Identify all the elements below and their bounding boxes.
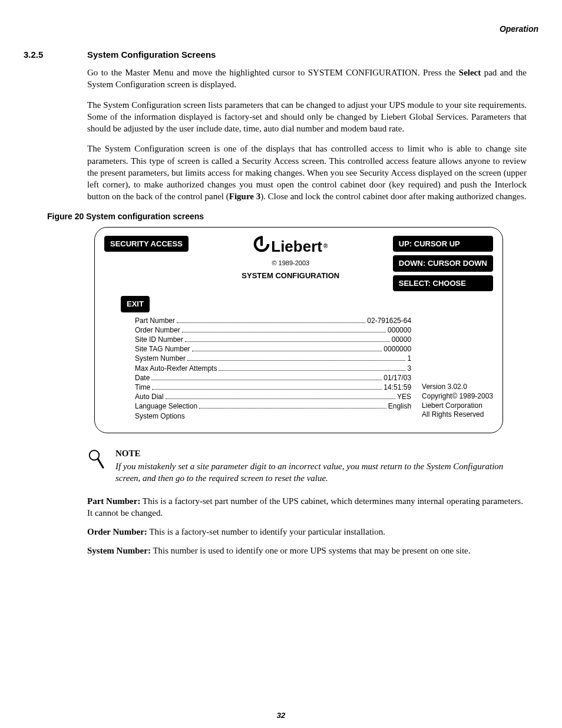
page-number: 32 [24, 710, 538, 721]
param-row: Max Auto-Rexfer Attempts3 [135, 364, 411, 373]
nav-select-button[interactable]: SELECT: CHOOSE [393, 275, 493, 292]
logo-copyright: © 1989-2003 [196, 259, 386, 268]
version-line: All Rights Reserved [422, 410, 493, 420]
note-heading: NOTE [115, 447, 527, 459]
security-access-badge: SECURITY ACCESS [104, 236, 189, 252]
p1-select: Select [459, 68, 481, 77]
version-line: Liebert Corporation [422, 401, 493, 411]
screen-top-row: SECURITY ACCESS Liebert® © 1989-2003 SYS… [104, 236, 493, 292]
param-label: Site TAG Number [135, 344, 190, 354]
paragraph-1: Go to the Master Menu and move the highl… [87, 67, 527, 91]
param-dots [192, 345, 382, 351]
param-row: Site ID Number00000 [135, 335, 411, 344]
def-term: Order Number: [87, 527, 147, 536]
param-value: 14:51:59 [384, 383, 411, 392]
param-value: 01/17/03 [384, 373, 411, 383]
param-dots [219, 364, 405, 371]
param-value: 00000 [392, 335, 411, 344]
liebert-logo-text: Liebert [271, 236, 322, 257]
exit-row: EXIT [121, 296, 493, 312]
figure-caption: Figure 20 System configuration screens [47, 211, 538, 222]
def-term: System Number: [87, 546, 151, 555]
param-row: Language SelectionEnglish [135, 401, 411, 411]
running-header: Operation [24, 24, 538, 35]
param-label: Time [135, 383, 150, 392]
exit-button[interactable]: EXIT [121, 296, 150, 312]
p1a: Go to the Master Menu and move the highl… [87, 68, 459, 77]
magnifier-icon [87, 447, 105, 474]
param-value: 02-791625-64 [367, 316, 411, 325]
liebert-logo-r: ® [323, 242, 328, 251]
nav-up-button[interactable]: UP: CURSOR UP [393, 236, 493, 252]
param-label: Max Auto-Rexfer Attempts [135, 364, 217, 373]
nav-down-button[interactable]: DOWN: CURSOR DOWN [393, 255, 493, 272]
param-row: System Number1 [135, 354, 411, 363]
param-value: 3 [407, 364, 411, 373]
param-label: Auto Dial [135, 392, 164, 401]
param-dots [182, 326, 386, 332]
param-value: 0000000 [384, 344, 411, 354]
p3-figref: Figure 3 [229, 192, 260, 201]
param-dots [185, 335, 390, 342]
note-body: If you mistakenly set a site parameter d… [115, 460, 527, 485]
section-heading-row: 3.2.5 System Configuration Screens [24, 49, 538, 61]
param-dots [152, 383, 382, 390]
param-system-options: System Options [135, 411, 411, 421]
paragraph-2: The System Configuration screen lists pa… [87, 99, 527, 135]
param-label: Order Number [135, 325, 180, 335]
config-screen-figure: SECURITY ACCESS Liebert® © 1989-2003 SYS… [94, 227, 503, 433]
param-row: Order Number000000 [135, 325, 411, 335]
version-block: Version 3.02.0 Copyright© 1989-2003 Lieb… [422, 383, 493, 420]
param-row: Part Number02-791625-64 [135, 316, 411, 325]
param-row: Date01/17/03 [135, 373, 411, 383]
param-label: Site ID Number [135, 335, 183, 344]
def-term: Part Number: [87, 496, 140, 506]
param-value: 1 [407, 354, 411, 363]
section-number: 3.2.5 [24, 49, 77, 61]
paragraph-3: The System Configuration screen is one o… [87, 143, 527, 202]
def-body: This is a factory-set part number of the… [87, 496, 523, 518]
param-dots [187, 355, 405, 361]
liebert-logo: Liebert® [253, 236, 328, 258]
param-list: Part Number02-791625-64 Order Number0000… [135, 316, 411, 421]
section-title: System Configuration Screens [87, 49, 216, 61]
param-dots [151, 374, 382, 380]
param-label: System Number [135, 354, 186, 363]
def-order-number: Order Number: This is a factory-set numb… [87, 526, 527, 538]
param-label: Language Selection [135, 401, 197, 411]
param-row: Time14:51:59 [135, 383, 411, 392]
p3c: ). Close and lock the control cabinet do… [260, 192, 526, 201]
param-label: Date [135, 373, 150, 383]
version-line: Copyright© 1989-2003 [422, 392, 493, 401]
note-block: NOTE If you mistakenly set a site parame… [87, 447, 527, 485]
def-system-number: System Number: This number is used to id… [87, 545, 527, 556]
liebert-logo-icon [253, 236, 270, 258]
param-row: Site TAG Number0000000 [135, 344, 411, 354]
param-dots [199, 403, 386, 409]
param-dots [177, 317, 365, 323]
param-dots [166, 393, 395, 399]
screen-title: SYSTEM CONFIGURATION [196, 271, 386, 281]
param-label: Part Number [135, 316, 175, 325]
param-value: YES [397, 392, 411, 401]
param-value: 000000 [388, 325, 411, 335]
param-value: English [388, 401, 411, 411]
def-body: This is a factory-set number to identify… [147, 527, 385, 536]
param-row: Auto DialYES [135, 392, 411, 401]
svg-line-1 [98, 459, 103, 467]
version-line: Version 3.02.0 [422, 383, 493, 392]
def-part-number: Part Number: This is a factory-set part … [87, 495, 527, 519]
def-body: This number is used to identify one or m… [151, 546, 471, 555]
